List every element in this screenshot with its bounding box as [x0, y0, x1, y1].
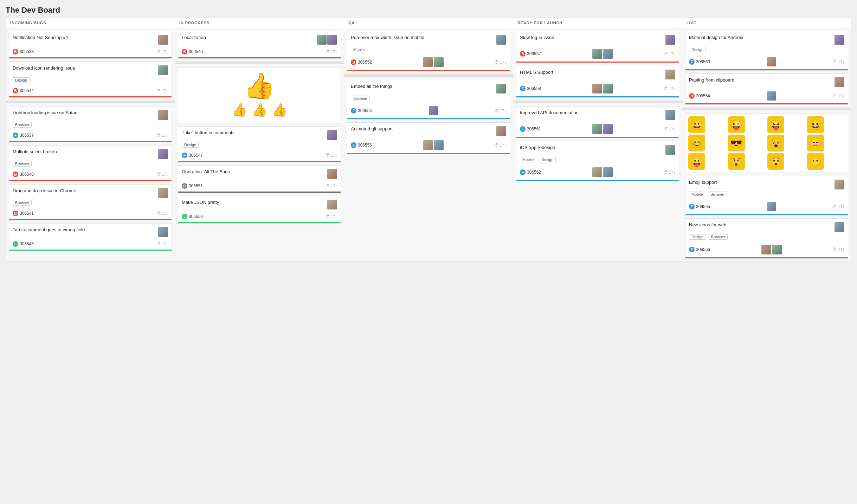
tag-design[interactable]: Design	[689, 47, 706, 52]
avatar	[327, 130, 337, 140]
card-306546[interactable]: Localization B 306546 ⏱ 17↓	[178, 31, 341, 59]
tag-browser[interactable]: Browser	[708, 192, 727, 197]
time-info: ⏱ 17↓	[495, 108, 506, 113]
tag-browser[interactable]: Browser	[351, 96, 370, 101]
avatar	[592, 49, 602, 59]
issue-id: B 306564	[689, 93, 710, 99]
col-body-incoming-row2: Lightbox loading issue on Safari Browser…	[6, 103, 175, 254]
card-bar	[516, 137, 679, 138]
card-306551[interactable]: Operation: All The Bugs C 306551 ⏱ 17↓	[178, 165, 341, 193]
card-title: iOS app redesign	[520, 145, 665, 151]
avatar	[327, 35, 337, 45]
card-306547[interactable]: "Like" button in comments Design F 30654…	[178, 126, 341, 162]
type-badge: B	[182, 49, 187, 54]
card-306552[interactable]: Pop-over max width issue on mobile Mobil…	[347, 31, 510, 71]
card-bar	[685, 214, 848, 215]
card-306565[interactable]: Emoji support Mobile Browser F 306565 ⏱ …	[685, 176, 848, 215]
avatar	[317, 35, 327, 45]
card-title: New icons for web	[689, 222, 835, 228]
time-info: ⏱ 17↓	[833, 204, 844, 209]
tag-mobile[interactable]: Mobile	[520, 157, 536, 162]
card-bar	[9, 57, 172, 58]
row-separator	[6, 101, 175, 103]
issue-id: B 306541	[13, 211, 34, 216]
big-thumbs-up-icon: 👍	[244, 73, 275, 98]
avatar	[592, 167, 602, 177]
avatar	[423, 57, 433, 67]
card-bar	[685, 69, 848, 70]
card-306558[interactable]: HTML 5 Support F 306558 ⏱ 17↓	[516, 66, 679, 98]
tag-browser[interactable]: Browser	[13, 122, 32, 128]
type-badge: B	[520, 51, 526, 57]
card-306556[interactable]: Animated gif support F 306556 ⏱ 17↓	[347, 122, 510, 154]
avatar	[767, 57, 776, 66]
card-bar	[9, 96, 172, 97]
avatar	[835, 180, 844, 189]
tag-design[interactable]: Design	[182, 142, 199, 148]
card-306561[interactable]: Improved API documentation F 306561 ⏱ 17…	[516, 106, 679, 138]
card-306564[interactable]: Pasting from clipboard B 306564 ⏱ 17↓	[685, 73, 848, 105]
issue-id: F 306561	[520, 126, 541, 132]
time-info: ⏱ 17↓	[833, 59, 844, 64]
avatar	[434, 140, 444, 150]
issue-id: B 306540	[13, 172, 34, 177]
card-306562[interactable]: iOS app redesign Mobile Design F 306562	[516, 141, 679, 181]
card-306544[interactable]: Download icon rendering issue Design B 3…	[9, 62, 172, 98]
card-306550[interactable]: Make JSON pretty L 306550 ⏱ 17↓	[178, 196, 341, 224]
card-title: "Like" button in comments	[182, 130, 327, 136]
card-306538[interactable]: Notification Not Sending #4 B 306538 ⏱ 1…	[9, 31, 172, 59]
emoji-0: 😀	[688, 116, 705, 133]
type-badge: F	[351, 142, 356, 148]
tag-mobile[interactable]: Mobile	[351, 47, 367, 52]
tag-design[interactable]: Design	[689, 234, 706, 240]
card-title: Operation: All The Bugs	[182, 169, 327, 175]
clock-icon: ⏱	[833, 204, 837, 209]
tag-design[interactable]: Design	[13, 77, 30, 83]
time-info: ⏱ 17↓	[156, 172, 168, 177]
avatar	[496, 35, 506, 45]
card-bar	[685, 257, 848, 258]
card-306557[interactable]: Slow log-in issue B 306557 ⏱ 17↓	[516, 31, 679, 63]
clock-icon: ⏱	[326, 183, 330, 188]
col-header-live: LIVE	[682, 18, 851, 28]
card-306537[interactable]: Lightbox loading issue on Safari Browser…	[9, 106, 172, 142]
card-306541[interactable]: Drag and drop issue in Chrome Browser B …	[9, 184, 172, 220]
time-info: ⏱ 17↓	[326, 153, 337, 158]
type-badge: L	[182, 214, 187, 219]
col-body-live-row1: Material design for Android Design F 306…	[682, 28, 851, 108]
avatar	[592, 84, 602, 93]
type-badge: F	[520, 126, 526, 132]
issue-id: F 306565	[689, 204, 710, 209]
avatar	[603, 84, 613, 93]
emoji-11: 😶	[807, 153, 824, 170]
avatar	[592, 124, 602, 134]
avatar	[665, 35, 675, 45]
tag-browser[interactable]: Browser	[709, 234, 728, 240]
avatar	[158, 35, 168, 45]
thumbs-illustration-card: 👍 👍 👍 👍	[178, 67, 341, 123]
tag-browser[interactable]: Browser	[13, 200, 32, 206]
card-306563[interactable]: Material design for Android Design F 306…	[685, 31, 848, 71]
clock-icon: ⏱	[664, 86, 668, 91]
type-badge: B	[13, 211, 18, 216]
type-badge: C	[182, 183, 187, 189]
tag-design[interactable]: Design	[539, 157, 556, 162]
tag-browser[interactable]: Browser	[13, 161, 32, 167]
card-title: HTML 5 Support	[520, 70, 665, 76]
card-306566[interactable]: New icons for web Design Browser F 30656…	[685, 218, 848, 259]
type-badge: F	[689, 204, 695, 209]
emoji-1: 😜	[728, 116, 745, 133]
tag-mobile[interactable]: Mobile	[689, 192, 705, 197]
thumb-blue-icon: 👍	[232, 103, 247, 117]
issue-id: F 306554	[351, 108, 372, 114]
card-bar	[516, 96, 679, 97]
card-306540[interactable]: Multiple select broken Browser B 306540 …	[9, 145, 172, 181]
type-badge: L	[13, 241, 18, 247]
card-bar	[178, 222, 341, 223]
col-body-qa-row2: Embed all the things Browser F 306554 ⏱ …	[344, 77, 513, 157]
card-306554[interactable]: Embed all the things Browser F 306554 ⏱ …	[347, 80, 510, 119]
card-306545[interactable]: Tab to comment goes to wrong field L 306…	[9, 223, 172, 251]
card-title: Drag and drop issue in Chrome	[13, 188, 158, 194]
time-info: ⏱ 17↓	[833, 93, 844, 98]
avatar-group	[592, 124, 613, 134]
